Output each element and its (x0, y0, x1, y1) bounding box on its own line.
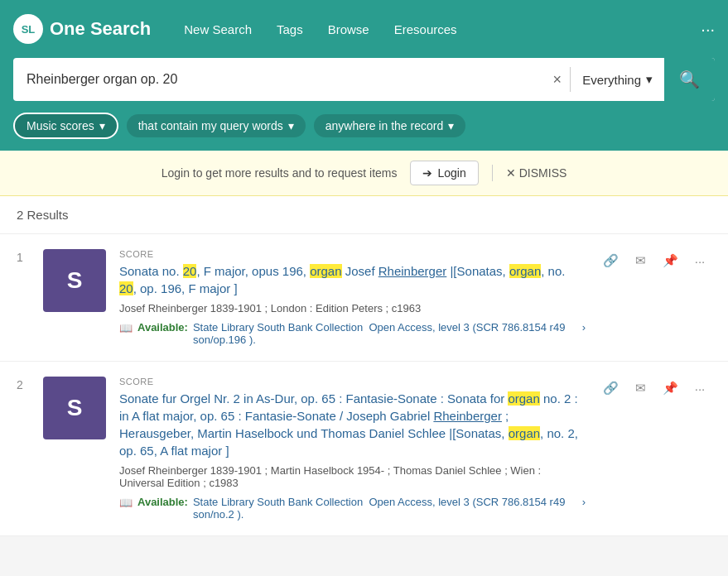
result-number: 1 (17, 249, 30, 346)
login-banner-message: Login to get more results and to request… (162, 166, 398, 180)
result-number: 2 (17, 377, 30, 521)
pin-icon[interactable]: 📌 (658, 249, 682, 272)
more-menu-icon[interactable]: ··· (701, 20, 715, 39)
filter-format-chevron: ▾ (99, 119, 105, 132)
filter-format-pill[interactable]: Music scores ▾ (13, 113, 118, 139)
filter-location-pill[interactable]: anywhere in the record ▾ (314, 114, 465, 137)
highlight: 20 (183, 264, 197, 278)
logo-area: SL One Search (13, 14, 151, 44)
search-box: × Everything ▾ 🔍 (13, 58, 715, 101)
result-content: SCORE Sonate fur Orgel Nr. 2 in As-Dur, … (119, 377, 586, 521)
more-link[interactable]: › (582, 321, 586, 334)
pin-icon[interactable]: 📌 (658, 377, 682, 400)
result-availability: 📖 Available: State Library South Bank Co… (119, 321, 586, 346)
available-label: Available: (137, 321, 188, 334)
nav-eresources[interactable]: Eresources (394, 22, 457, 36)
search-scope-dropdown[interactable]: Everything ▾ (571, 65, 664, 94)
filter-location-chevron: ▾ (448, 119, 454, 132)
filter-contain-label: that contain my query words (138, 119, 283, 132)
result-author: Josef Rheinberger 1839-1901 ; London : E… (119, 302, 586, 314)
link-icon[interactable]: 🔗 (599, 249, 622, 272)
search-clear-button[interactable]: × (545, 65, 571, 95)
nav-browse[interactable]: Browse (328, 22, 369, 36)
available-label: Available: (137, 496, 188, 508)
result-content: SCORE Sonata no. 20, F major, opus 196, … (119, 249, 586, 346)
dismiss-x-icon: ✕ (506, 166, 516, 180)
chevron-down-icon: ▾ (646, 72, 653, 87)
result-score-label: SCORE (119, 249, 586, 259)
link-icon[interactable]: 🔗 (599, 377, 622, 400)
book-icon: 📖 (119, 322, 133, 334)
filter-contain-chevron: ▾ (288, 119, 294, 132)
more-link[interactable]: › (582, 496, 586, 508)
dismiss-label: DISMISS (519, 166, 567, 180)
result-score-label: SCORE (119, 377, 586, 386)
author-link[interactable]: Rheinberger (433, 409, 502, 423)
result-title[interactable]: Sonate fur Orgel Nr. 2 in As-Dur, op. 65… (119, 390, 586, 459)
logo-icon: SL (13, 14, 43, 44)
results-area: 2 Results 1 S SCORE Sonata no. 20, F maj… (0, 196, 728, 536)
table-row: 2 S SCORE Sonate fur Orgel Nr. 2 in As-D… (0, 362, 728, 536)
filter-format-label: Music scores (27, 119, 94, 132)
filter-bar: Music scores ▾ that contain my query wor… (0, 113, 728, 151)
author-link[interactable]: Rheinberger (378, 264, 447, 278)
book-icon: 📖 (119, 497, 133, 509)
filter-location-label: anywhere in the record (325, 119, 443, 132)
highlight: organ (509, 264, 541, 278)
table-row: 1 S SCORE Sonata no. 20, F major, opus 1… (0, 234, 728, 362)
results-count: 2 Results (0, 196, 728, 234)
nav-bar: New Search Tags Browse Eresources (184, 22, 692, 36)
more-actions-icon[interactable]: ··· (688, 249, 711, 272)
more-actions-icon[interactable]: ··· (688, 377, 711, 400)
filter-contain-pill[interactable]: that contain my query words ▾ (127, 114, 306, 137)
result-author: Josef Rheinberger 1839-1901 ; Martin Has… (119, 464, 586, 489)
email-icon[interactable]: ✉ (629, 377, 652, 400)
scope-label: Everything (582, 73, 641, 87)
highlight: 20 (119, 281, 133, 295)
login-label: Login (437, 166, 465, 180)
result-availability: 📖 Available: State Library South Bank Co… (119, 496, 586, 521)
dismiss-button[interactable]: ✕ DISMISS (506, 166, 567, 180)
highlight: organ (310, 264, 341, 278)
banner-divider (492, 165, 493, 181)
search-input[interactable] (13, 60, 545, 98)
avatar: S (43, 249, 106, 312)
highlight: organ (508, 391, 539, 406)
email-icon[interactable]: ✉ (629, 249, 652, 272)
login-button[interactable]: ➔ Login (410, 161, 478, 185)
availability-text: State Library South Bank Collection Open… (193, 321, 577, 346)
search-area: × Everything ▾ 🔍 (0, 58, 728, 113)
result-actions: 🔗 ✉ 📌 ··· (599, 377, 711, 521)
search-icon: 🔍 (679, 70, 700, 89)
avatar: S (43, 377, 106, 439)
search-button[interactable]: 🔍 (664, 58, 715, 101)
login-banner: Login to get more results and to request… (0, 151, 728, 196)
nav-tags[interactable]: Tags (277, 22, 303, 36)
app-title: One Search (50, 18, 151, 40)
availability-text: State Library South Bank Collection Open… (193, 496, 577, 521)
result-actions: 🔗 ✉ 📌 ··· (599, 249, 711, 346)
login-icon: ➔ (422, 166, 432, 180)
highlight: organ (509, 426, 540, 440)
result-title[interactable]: Sonata no. 20, F major, opus 196, organ … (119, 262, 586, 297)
header: SL One Search New Search Tags Browse Ere… (0, 0, 728, 58)
nav-new-search[interactable]: New Search (184, 22, 252, 36)
